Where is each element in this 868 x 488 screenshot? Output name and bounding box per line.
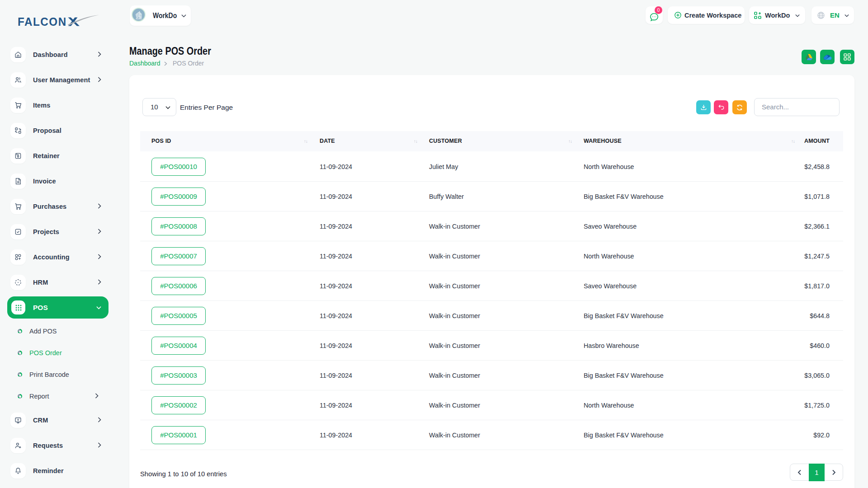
svg-text:FALCON: FALCON (18, 15, 67, 27)
